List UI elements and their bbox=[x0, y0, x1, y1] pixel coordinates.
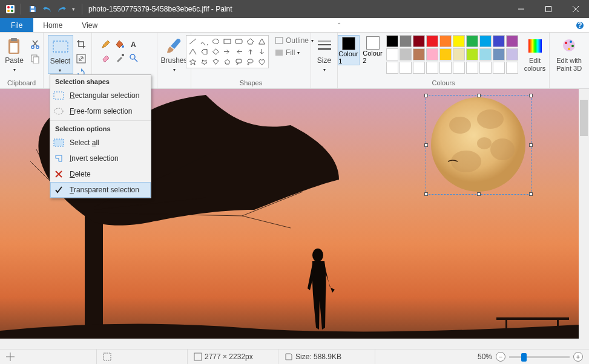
palette-swatch[interactable] bbox=[466, 35, 478, 47]
fill-button[interactable]: Fill ▾ bbox=[272, 47, 316, 58]
edit-colours-button[interactable]: Edit colours bbox=[521, 35, 550, 72]
svg-point-24 bbox=[122, 54, 124, 56]
svg-rect-34 bbox=[275, 37, 283, 44]
palette-swatch[interactable] bbox=[400, 35, 412, 47]
selection-size-icon bbox=[103, 353, 111, 361]
palette-swatch[interactable] bbox=[439, 48, 452, 60]
svg-rect-46 bbox=[496, 317, 569, 320]
svg-rect-19 bbox=[33, 57, 39, 63]
minimize-ribbon-icon[interactable]: ⌃ bbox=[332, 18, 346, 32]
status-bar: 2777 × 2232px Size: 588.9KB 50% − + bbox=[0, 349, 589, 364]
svg-rect-6 bbox=[31, 10, 35, 12]
palette-swatch[interactable] bbox=[466, 62, 478, 74]
brushes-button[interactable]: Brushes▾ bbox=[160, 35, 189, 73]
svg-point-28 bbox=[212, 39, 219, 44]
text-icon[interactable]: A bbox=[127, 37, 140, 51]
menu-rectangular-selection[interactable]: Rectangular selection bbox=[50, 88, 151, 103]
paste-button[interactable]: Paste▾ bbox=[2, 35, 27, 73]
palette-swatch[interactable] bbox=[479, 62, 492, 74]
horizontal-scrollbar[interactable] bbox=[0, 339, 579, 349]
fill-icon[interactable] bbox=[113, 37, 127, 51]
palette-swatch[interactable] bbox=[413, 62, 425, 74]
palette-swatch[interactable] bbox=[493, 62, 505, 74]
palette-swatch[interactable] bbox=[453, 35, 465, 47]
palette-swatch[interactable] bbox=[386, 48, 398, 60]
palette-swatch[interactable] bbox=[426, 35, 438, 47]
svg-rect-47 bbox=[505, 320, 507, 331]
resize-icon[interactable] bbox=[74, 52, 88, 65]
save-icon[interactable] bbox=[26, 2, 39, 16]
magnifier-icon[interactable] bbox=[127, 51, 140, 65]
palette-swatch[interactable] bbox=[400, 48, 412, 60]
menu-select-all[interactable]: Select all bbox=[50, 135, 151, 151]
palette-swatch[interactable] bbox=[413, 35, 425, 47]
tab-view[interactable]: View bbox=[72, 18, 107, 32]
close-button[interactable] bbox=[562, 0, 589, 18]
menu-delete[interactable]: Delete bbox=[50, 166, 151, 182]
select-icon bbox=[51, 37, 70, 56]
palette-swatch[interactable] bbox=[453, 62, 465, 74]
palette-swatch[interactable] bbox=[466, 48, 478, 60]
palette-swatch[interactable] bbox=[386, 35, 398, 47]
palette-swatch[interactable] bbox=[426, 62, 438, 74]
tab-home[interactable]: Home bbox=[33, 18, 72, 32]
zoom-slider[interactable] bbox=[509, 356, 570, 358]
palette-swatch[interactable] bbox=[506, 62, 518, 74]
cut-icon[interactable] bbox=[28, 37, 42, 51]
tab-file[interactable]: File bbox=[0, 18, 33, 32]
svg-rect-5 bbox=[31, 6, 34, 8]
shapes-gallery[interactable] bbox=[186, 35, 269, 68]
paste-icon bbox=[5, 36, 24, 56]
zoom-out-button[interactable]: − bbox=[496, 352, 505, 362]
undo-icon[interactable] bbox=[41, 2, 54, 16]
zoom-in-button[interactable]: + bbox=[573, 352, 583, 362]
pencil-icon[interactable] bbox=[99, 37, 113, 51]
svg-rect-15 bbox=[10, 43, 18, 53]
minimize-button[interactable] bbox=[507, 0, 535, 18]
palette-swatch[interactable] bbox=[439, 35, 452, 47]
palette-swatch[interactable] bbox=[453, 48, 465, 60]
vertical-scrollbar[interactable] bbox=[579, 89, 589, 349]
maximize-button[interactable] bbox=[535, 0, 562, 18]
select-dropdown: Selection shapes Rectangular selection F… bbox=[50, 74, 151, 198]
paint3d-button[interactable]: Edit with Paint 3D bbox=[552, 35, 586, 72]
palette-swatch[interactable] bbox=[439, 62, 452, 74]
palette-swatch[interactable] bbox=[493, 35, 505, 47]
palette-swatch[interactable] bbox=[426, 48, 438, 60]
customize-qat-icon[interactable]: ▾ bbox=[70, 2, 77, 16]
edit-colours-icon bbox=[525, 36, 545, 56]
svg-rect-56 bbox=[54, 92, 64, 99]
menu-freeform-selection[interactable]: Free-form selection bbox=[50, 103, 151, 119]
svg-point-2 bbox=[11, 6, 13, 8]
svg-point-33 bbox=[248, 63, 249, 65]
palette-swatch[interactable] bbox=[493, 48, 505, 60]
palette-swatch[interactable] bbox=[413, 48, 425, 60]
svg-point-25 bbox=[130, 54, 135, 59]
menu-invert-selection[interactable]: Invert selection bbox=[50, 151, 151, 166]
colour-palette[interactable] bbox=[386, 35, 518, 74]
copy-icon[interactable] bbox=[28, 52, 42, 65]
redo-icon[interactable] bbox=[55, 2, 68, 16]
help-icon[interactable]: ? bbox=[571, 18, 589, 32]
check-icon bbox=[53, 184, 65, 196]
size-button[interactable]: Size▾ bbox=[314, 35, 335, 73]
colour2-button[interactable]: Colour 2 bbox=[362, 35, 384, 64]
eraser-icon[interactable] bbox=[99, 51, 113, 65]
palette-swatch[interactable] bbox=[506, 48, 518, 60]
svg-rect-30 bbox=[235, 39, 242, 44]
colour1-button[interactable]: Colour 1 bbox=[338, 35, 360, 65]
menu-transparent-selection[interactable]: Transparent selection bbox=[50, 182, 151, 198]
palette-swatch[interactable] bbox=[400, 62, 412, 74]
palette-swatch[interactable] bbox=[386, 62, 398, 74]
svg-point-32 bbox=[248, 59, 253, 63]
palette-swatch[interactable] bbox=[506, 35, 518, 47]
crop-icon[interactable] bbox=[74, 37, 88, 51]
palette-swatch[interactable] bbox=[479, 35, 492, 47]
selection-box[interactable] bbox=[426, 95, 531, 195]
svg-rect-64 bbox=[194, 353, 202, 360]
palette-swatch[interactable] bbox=[479, 48, 492, 60]
colour-picker-icon[interactable] bbox=[113, 51, 127, 65]
select-button[interactable]: Select▾ bbox=[48, 35, 73, 74]
svg-point-49 bbox=[312, 249, 323, 262]
outline-button[interactable]: Outline ▾ bbox=[272, 35, 316, 46]
